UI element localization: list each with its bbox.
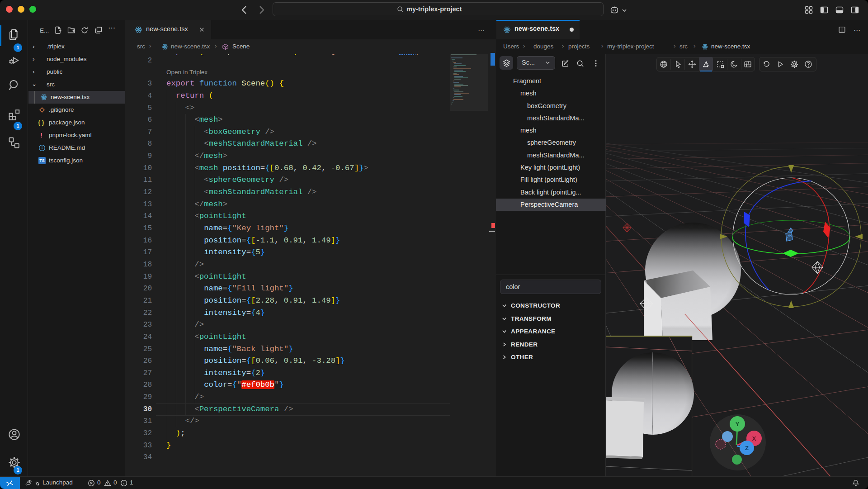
svg-text:Y: Y — [736, 421, 740, 427]
svg-text:X: X — [752, 435, 756, 442]
svg-text:Z: Z — [745, 445, 749, 451]
